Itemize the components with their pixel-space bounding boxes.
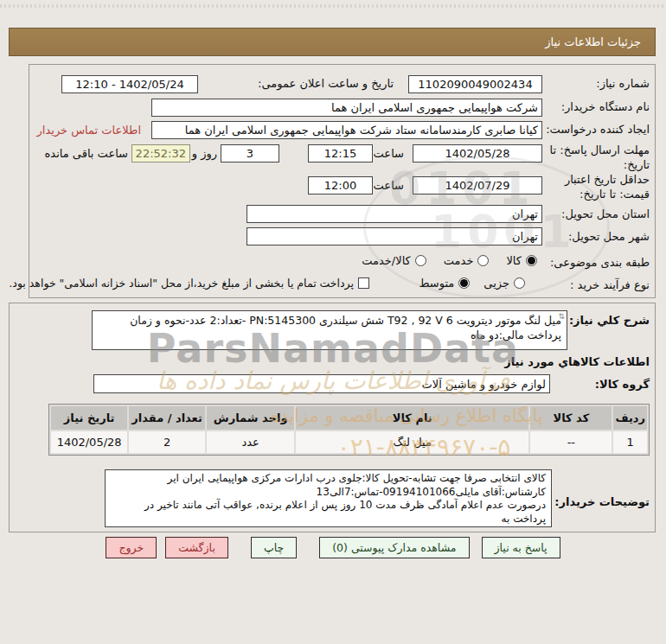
radio-medium-icon[interactable] [458, 277, 470, 289]
page-top-texture [0, 4, 666, 8]
radio-option-goods-service[interactable]: کالا/خدمت [362, 254, 426, 267]
remaining-days-field[interactable] [221, 144, 279, 163]
page: جزئیات اطلاعات نیاز شماره نیاز: تاریخ و … [0, 0, 666, 644]
goods-table-header-row: ردیف کد کالا نام کالا واحد شمارش تعداد /… [51, 406, 647, 430]
action-button-row: پاسخ به نیاز مشاهده مدارک پیوستی (0) چاپ… [0, 537, 666, 558]
province-field[interactable] [247, 205, 542, 223]
price-validity-label: حداقل تاریخ اعتبار قیمت: تا تاریخ: [546, 172, 650, 201]
page-title: جزئیات اطلاعات نیاز [9, 28, 656, 56]
buyer-notes-line: عهده تامین کننده خواهد بود. [111, 526, 546, 527]
subject-class-radiogroup: کالا خدمت کالا/خدمت [362, 254, 537, 267]
general-info-panel: شماره نیاز: تاریخ و ساعت اعلان عمومی: نا… [29, 64, 656, 298]
reply-deadline-hour-label: ساعت [374, 147, 404, 160]
price-validity-time-field[interactable] [308, 176, 373, 194]
radio-goods-service-label: کالا/خدمت [362, 254, 411, 267]
radio-goods-icon[interactable] [526, 255, 537, 266]
table-row: 1 -- میل لنگ عدد 2 1402/05/28 [51, 431, 647, 453]
remaining-days-label: روز و [192, 147, 217, 160]
radio-goods-label: کالا [506, 254, 522, 267]
radio-option-medium[interactable]: متوسط [419, 277, 470, 290]
treasury-checkbox[interactable] [358, 277, 369, 289]
col-quantity: تعداد / مقدار [129, 406, 205, 430]
reply-deadline-date-field[interactable] [413, 144, 542, 163]
col-goods-code: کد کالا [530, 406, 612, 430]
radio-goods-service-icon[interactable] [415, 255, 426, 266]
scrollbar-icon[interactable]: ⇅ [558, 312, 565, 321]
price-validity-hour-label: ساعت [374, 179, 404, 192]
need-details-panel: شرح کلي نیاز: میل لنگ موتور دیترویت 6 T9… [9, 303, 656, 532]
col-need-date: تاریخ نیاز [51, 406, 127, 430]
buyer-notes-textarea[interactable]: کالای انتخابی صرفا جهت تشابه-تحویل کالا:… [105, 469, 552, 527]
announce-datetime-field[interactable] [61, 75, 198, 93]
treasury-checkbox-label: پرداخت تمام یا بخشی از مبلغ خرید،از محل … [9, 277, 354, 290]
treasury-checkbox-row: پرداخت تمام یا بخشی از مبلغ خرید،از محل … [9, 277, 369, 290]
buyer-org-label: نام دستگاه خریدار: [561, 100, 650, 113]
process-type-label: نوع فرآیند خرید : [570, 278, 650, 291]
reply-to-need-button[interactable]: پاسخ به نیاز [482, 537, 560, 558]
radio-medium-label: متوسط [419, 277, 454, 290]
radio-service-icon[interactable] [477, 255, 489, 266]
buyer-notes-label: توضیحات خریدار: [554, 495, 650, 508]
announce-datetime-label: تاریخ و ساعت اعلان عمومی: [258, 77, 394, 90]
cell-quantity: 2 [129, 431, 205, 453]
buyer-org-field[interactable] [151, 99, 542, 117]
print-button[interactable]: چاپ [251, 537, 297, 558]
province-label: استان محل تحویل: [561, 207, 650, 220]
col-count-unit: واحد شمارش [207, 406, 294, 430]
city-field[interactable] [247, 227, 542, 245]
radio-partial-icon[interactable] [514, 277, 525, 289]
remaining-hours-label: ساعت باقی مانده [45, 147, 128, 160]
radio-option-service[interactable]: خدمت [444, 254, 490, 267]
remaining-hours-field[interactable] [131, 144, 190, 163]
goods-group-label: گروه کالا: [595, 378, 650, 391]
cell-goods-code: -- [530, 431, 612, 453]
col-goods-name: نام کالا [296, 406, 528, 430]
need-number-field[interactable] [408, 75, 542, 93]
buyer-notes-line: کارشناس:آقای مایلی09194101066-تماس:7الی1… [111, 486, 546, 500]
col-row-number: ردیف [613, 406, 647, 430]
request-creator-field[interactable] [151, 121, 542, 139]
subject-class-label: طبقه بندی موضوعی: [550, 256, 650, 269]
need-description-text: میل لنگ موتور دیترویت 6 T92 , 92 V شش سی… [130, 314, 561, 341]
request-creator-label: ایجاد کننده درخواست: [546, 123, 650, 136]
cell-need-date: 1402/05/28 [51, 431, 127, 453]
buyer-contact-link[interactable]: اطلاعات تماس خریدار [37, 124, 141, 137]
buyer-notes-line: درصورت عدم اعلام آمادگی ظرف مدت 10 روز پ… [111, 499, 546, 526]
process-type-radiogroup: جزیی متوسط [419, 277, 525, 290]
radio-partial-label: جزیی [483, 277, 509, 290]
need-description-label: شرح کلي نیاز: [569, 314, 650, 327]
goods-table: ردیف کد کالا نام کالا واحد شمارش تعداد /… [48, 404, 650, 456]
price-validity-date-field[interactable] [413, 176, 542, 194]
view-attachments-button[interactable]: مشاهده مدارک پیوستی (0) [319, 537, 469, 558]
city-label: شهر محل تحویل: [568, 230, 650, 243]
reply-deadline-time-field[interactable] [308, 144, 373, 163]
radio-option-partial[interactable]: جزیی [483, 277, 525, 290]
goods-info-header: اطلاعات کالاهاي مورد نیاز [504, 355, 650, 368]
reply-deadline-label: مهلت ارسال پاسخ: تا تاریخ: [546, 143, 650, 172]
cell-row-number: 1 [613, 431, 647, 453]
cell-count-unit: عدد [207, 431, 294, 453]
buyer-notes-line: کالای انتخابی صرفا جهت تشابه-تحویل کالا:… [111, 472, 546, 486]
back-button[interactable]: بازگشت [165, 537, 228, 558]
cell-goods-name: میل لنگ [296, 431, 528, 453]
goods-table-wrap: ردیف کد کالا نام کالا واحد شمارش تعداد /… [48, 404, 650, 456]
radio-option-goods[interactable]: کالا [506, 254, 537, 267]
need-description-textarea[interactable]: میل لنگ موتور دیترویت 6 T92 , 92 V شش سی… [92, 310, 567, 350]
exit-button[interactable]: خروج [106, 537, 157, 558]
need-number-label: شماره نیاز: [596, 77, 650, 90]
radio-service-label: خدمت [444, 254, 474, 267]
goods-group-field[interactable] [93, 374, 550, 393]
